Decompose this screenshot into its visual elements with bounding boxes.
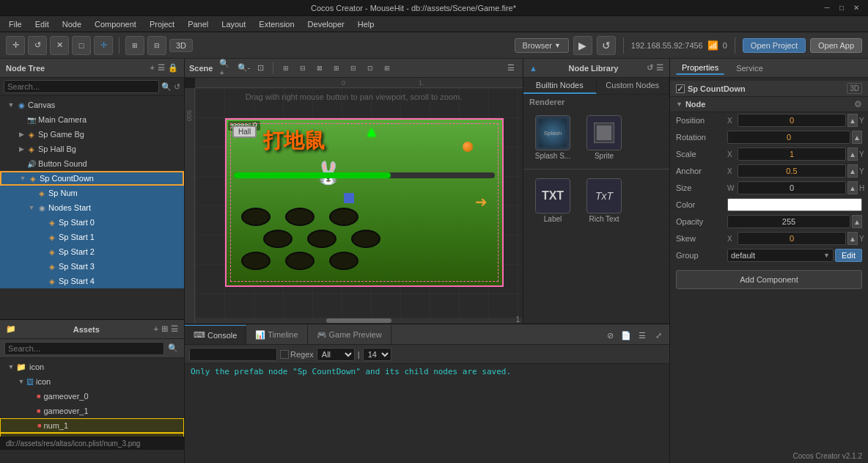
tab-service[interactable]: Service	[730, 62, 769, 74]
scale-x-input[interactable]	[738, 147, 846, 161]
scene-tool4[interactable]: ⊞	[329, 61, 344, 76]
tool-move[interactable]: ✛	[94, 36, 113, 55]
console-filter-input[interactable]	[189, 348, 277, 361]
zoom-in-button[interactable]: 🔍+	[219, 61, 234, 76]
minimize-button[interactable]: ─	[821, 2, 833, 14]
assets-search-input[interactable]	[4, 342, 164, 355]
tree-item-sp-start-2[interactable]: ▶ ◈ Sp Start 2	[0, 244, 184, 259]
menu-item-layout[interactable]: Layout	[216, 18, 251, 30]
tree-item-sp-start-0[interactable]: ▶ ◈ Sp Start 0	[0, 215, 184, 230]
assets-add-icon[interactable]: +	[154, 324, 158, 334]
asset-item-gameover1[interactable]: ▶ ■ gameover_1	[0, 404, 184, 418]
menu-item-component[interactable]: Component	[89, 18, 142, 30]
browser-button[interactable]: Browser ▼	[515, 38, 569, 53]
tree-item-sp-start-4[interactable]: ▶ ◈ Sp Start 4	[0, 274, 184, 288]
node-tree-lock-icon[interactable]: 🔒	[168, 63, 178, 73]
tab-properties[interactable]: Properties	[676, 62, 724, 75]
node-tree-search-input[interactable]	[4, 80, 159, 93]
console-menu-btn[interactable]: ☰	[636, 329, 649, 342]
refresh-tree-icon[interactable]: ↺	[174, 82, 180, 92]
node-lib-refresh-icon[interactable]: ↺	[647, 63, 653, 73]
assets-filter-icon[interactable]: ⊞	[161, 324, 168, 334]
component-checkbox[interactable]: ✓	[676, 84, 685, 93]
menu-item-developer[interactable]: Developer	[302, 18, 350, 30]
menu-item-help[interactable]: Help	[352, 18, 380, 30]
console-fontsize-select[interactable]: 14 12 16	[363, 348, 391, 361]
size-w-input[interactable]	[738, 181, 846, 194]
open-project-button[interactable]: Open Project	[743, 38, 806, 53]
hall-button[interactable]: Hall	[232, 125, 257, 138]
refresh-button[interactable]: ↺	[597, 36, 616, 55]
group-dropdown[interactable]: default ▼	[727, 249, 834, 262]
console-regex-checkbox[interactable]: Regex	[280, 350, 314, 359]
tree-item-nodes-start[interactable]: ▼ ◉ Nodes Start	[0, 200, 184, 215]
menu-item-edit[interactable]: Edit	[29, 18, 55, 30]
tree-item-sp-game-bg[interactable]: ▶ ◈ Sp Game Bg	[0, 127, 184, 142]
asset-item-num1[interactable]: ▶ ■ num_1	[0, 418, 184, 433]
scene-tool6[interactable]: ⊡	[363, 61, 378, 76]
tree-item-sp-hall-bg[interactable]: ▶ ◈ Sp Hall Bg	[0, 142, 184, 156]
tab-custom-nodes[interactable]: Custom Nodes	[597, 78, 670, 94]
lib-item-sprite[interactable]: Sprite	[581, 112, 628, 163]
opacity-input[interactable]	[727, 215, 850, 228]
lib-item-richtext[interactable]: TxT Rich Text	[581, 175, 628, 226]
color-picker[interactable]	[727, 198, 862, 211]
assets-menu-icon[interactable]: ☰	[171, 324, 178, 334]
close-button[interactable]: ✕	[850, 2, 862, 14]
tab-console[interactable]: ⌨ Console	[185, 325, 246, 344]
tool-cancel[interactable]: ✕	[50, 36, 69, 55]
lib-item-label[interactable]: TXT Label	[529, 175, 576, 226]
scene-menu-icon[interactable]: ☰	[504, 61, 518, 76]
skew-x-input[interactable]	[738, 232, 846, 245]
tree-item-sp-start-3[interactable]: ▶ ◈ Sp Start 3	[0, 259, 184, 274]
zoom-fit-button[interactable]: ⊡	[253, 61, 268, 76]
rot-up[interactable]: ▲	[852, 131, 862, 144]
node-tree-menu-icon[interactable]: ☰	[158, 63, 165, 73]
console-clear-btn[interactable]: ⊘	[603, 329, 617, 342]
menu-item-file[interactable]: File	[3, 18, 28, 30]
tool-add[interactable]: ✛	[6, 36, 25, 55]
lib-item-splash[interactable]: Splash Splash S...	[529, 112, 576, 163]
console-file-btn[interactable]: 📄	[619, 329, 633, 342]
tool-extra2[interactable]: ⊟	[147, 36, 166, 55]
anchor-x-up[interactable]: ▲	[847, 164, 858, 178]
console-content[interactable]: Only the prefab node "Sp CountDown" and …	[185, 364, 669, 463]
node-section[interactable]: ▼ Node ⚙	[670, 97, 868, 112]
3d-toggle[interactable]: 3D	[169, 39, 193, 52]
pos-x-up[interactable]: ▲	[847, 114, 858, 127]
tool-undo[interactable]: ↺	[28, 36, 47, 55]
play-button[interactable]: ▶	[573, 36, 592, 55]
menu-item-node[interactable]: Node	[56, 18, 87, 30]
scene-tool3[interactable]: ⊠	[312, 61, 327, 76]
scale-x-up[interactable]: ▲	[847, 147, 858, 161]
opacity-up[interactable]: ▲	[852, 215, 862, 228]
tool-extra1[interactable]: ⊞	[125, 36, 144, 55]
asset-item-icon-atlas[interactable]: ▼ 🖼 icon	[0, 374, 184, 389]
scene-viewport[interactable]: 0 1. 500 Drag with right mouse button to…	[185, 78, 523, 324]
console-expand-btn[interactable]: ⤢	[652, 329, 665, 342]
group-edit-button[interactable]: Edit	[835, 249, 862, 262]
menu-item-project[interactable]: Project	[144, 18, 180, 30]
asset-item-gameover0[interactable]: ▶ ■ gameover_0	[0, 389, 184, 404]
tab-game-preview[interactable]: 🎮 Game Preview	[308, 325, 391, 344]
regex-check[interactable]	[280, 350, 289, 359]
open-app-button[interactable]: Open App	[810, 38, 862, 53]
tree-item-canvas[interactable]: ▼ ◉ Canvas	[0, 98, 184, 112]
node-tree-add-icon[interactable]: +	[150, 63, 155, 73]
scroll-h-thumb[interactable]	[326, 318, 391, 323]
position-x-input[interactable]	[738, 114, 846, 127]
search-icon[interactable]: 🔍	[161, 82, 172, 92]
assets-search-btn[interactable]: 🔍	[166, 342, 180, 355]
menu-item-extension[interactable]: Extension	[253, 18, 300, 30]
menu-item-panel[interactable]: Panel	[182, 18, 214, 30]
maximize-button[interactable]: □	[836, 2, 847, 14]
tree-item-sp-num[interactable]: ▶ ◈ Sp Num	[0, 186, 184, 200]
tool-rect[interactable]: □	[72, 36, 91, 55]
scene-tool1[interactable]: ⊞	[279, 61, 293, 76]
scene-tool2[interactable]: ⊟	[295, 61, 310, 76]
tree-item-sp-start-1[interactable]: ▶ ◈ Sp Start 1	[0, 230, 184, 244]
scene-tool7[interactable]: ⊞	[380, 61, 394, 76]
skew-x-up[interactable]: ▲	[847, 232, 858, 245]
section-gear-node[interactable]: ⚙	[854, 99, 862, 109]
add-component-button[interactable]: Add Component	[676, 270, 862, 289]
